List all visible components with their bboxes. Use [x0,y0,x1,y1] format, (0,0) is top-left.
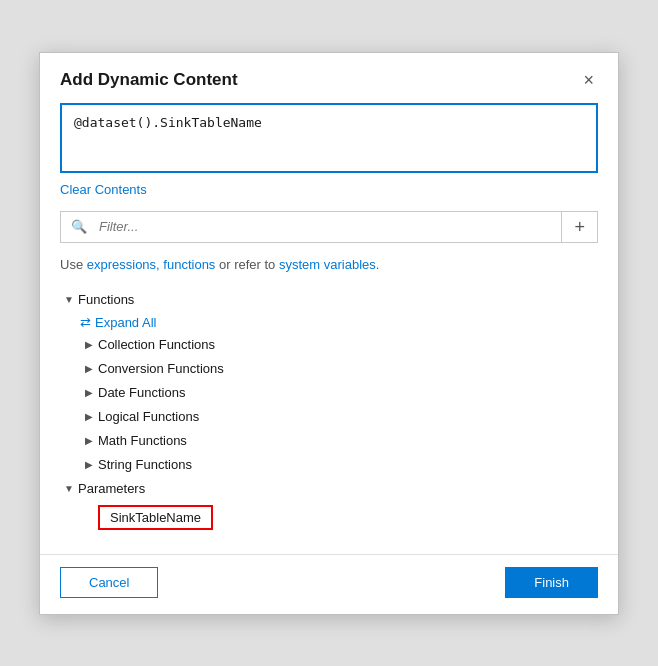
add-button[interactable]: + [561,212,597,242]
expression-editor[interactable]: @dataset().SinkTableName [60,103,598,173]
string-functions-item[interactable]: ▶ String Functions [80,453,598,477]
math-arrow: ▶ [80,432,98,450]
parameters-section-header[interactable]: ▼ Parameters [60,477,598,501]
math-functions-item[interactable]: ▶ Math Functions [80,429,598,453]
sink-table-name-item[interactable]: SinkTableName [98,501,598,534]
expand-all-item[interactable]: ⇄ Expand All [80,312,598,333]
sink-table-name-param[interactable]: SinkTableName [98,505,213,530]
string-arrow: ▶ [80,456,98,474]
functions-children: ⇄ Expand All ▶ Collection Functions ▶ Co… [60,312,598,477]
filter-row: 🔍 + [60,211,598,243]
hint-text: Use expressions, functions or refer to s… [60,257,598,272]
dialog-body: @dataset().SinkTableName Clear Contents … [40,103,618,554]
filter-input[interactable] [95,212,561,241]
expressions-functions-link[interactable]: expressions, functions [87,257,216,272]
expand-all-label[interactable]: Expand All [95,315,156,330]
dialog-footer: Cancel Finish [40,554,618,614]
functions-collapse-arrow: ▼ [60,291,78,309]
date-functions-item[interactable]: ▶ Date Functions [80,381,598,405]
collection-arrow: ▶ [80,336,98,354]
clear-contents-link[interactable]: Clear Contents [60,182,147,197]
logical-functions-label: Logical Functions [98,409,199,424]
math-functions-label: Math Functions [98,433,187,448]
date-functions-label: Date Functions [98,385,185,400]
conversion-functions-item[interactable]: ▶ Conversion Functions [80,357,598,381]
date-arrow: ▶ [80,384,98,402]
collection-functions-label: Collection Functions [98,337,215,352]
cancel-button[interactable]: Cancel [60,567,158,598]
functions-label: Functions [78,292,134,307]
dialog-title: Add Dynamic Content [60,70,238,90]
parameters-collapse-arrow: ▼ [60,480,78,498]
logical-arrow: ▶ [80,408,98,426]
hint-text-middle: or refer to [215,257,279,272]
conversion-arrow: ▶ [80,360,98,378]
string-functions-label: String Functions [98,457,192,472]
add-dynamic-content-dialog: Add Dynamic Content × @dataset().SinkTab… [39,52,619,615]
parameters-label: Parameters [78,481,145,496]
dialog-header: Add Dynamic Content × [40,53,618,103]
close-button[interactable]: × [579,69,598,91]
hint-text-after: . [376,257,380,272]
finish-button[interactable]: Finish [505,567,598,598]
tree-section: ▼ Functions ⇄ Expand All ▶ Collection Fu… [60,288,598,534]
system-variables-link[interactable]: system variables [279,257,376,272]
expand-all-icon: ⇄ [80,315,91,330]
search-icon: 🔍 [61,212,95,241]
functions-section-header[interactable]: ▼ Functions [60,288,598,312]
conversion-functions-label: Conversion Functions [98,361,224,376]
logical-functions-item[interactable]: ▶ Logical Functions [80,405,598,429]
collection-functions-item[interactable]: ▶ Collection Functions [80,333,598,357]
hint-text-before: Use [60,257,87,272]
